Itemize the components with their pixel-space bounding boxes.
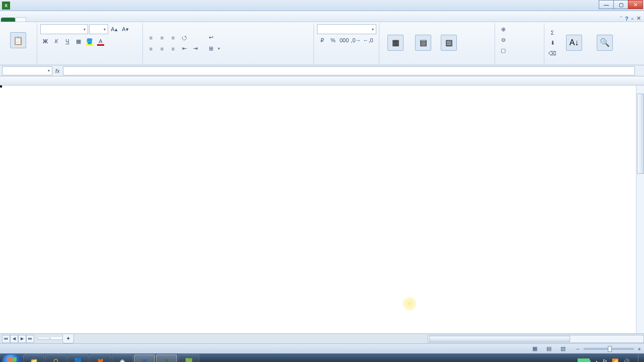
sheet-tab-2[interactable]: [50, 337, 63, 340]
sheet-nav-prev[interactable]: ◀: [10, 335, 18, 343]
sort-filter-button[interactable]: A↓: [559, 27, 589, 60]
show-desktop-button[interactable]: [638, 354, 642, 362]
horizontal-scrollbar[interactable]: [428, 335, 644, 343]
underline-button[interactable]: Ч: [62, 36, 72, 46]
start-button[interactable]: [2, 354, 22, 362]
align-bottom-icon[interactable]: ≡: [168, 33, 178, 43]
formula-input[interactable]: [63, 66, 635, 75]
tab-pagelayout[interactable]: [36, 18, 46, 22]
tray-sound-icon[interactable]: 🔊: [623, 358, 630, 363]
maximize-button[interactable]: ▢: [613, 0, 628, 9]
status-bar: ▦ ▤ ▧ − +: [0, 343, 644, 353]
new-sheet-button[interactable]: ✦: [62, 334, 74, 343]
font-size-select[interactable]: ▾: [89, 24, 108, 34]
insert-cells-button[interactable]: ⊕: [498, 24, 541, 34]
decrease-decimal-icon[interactable]: ←,0: [363, 35, 374, 45]
increase-decimal-icon[interactable]: ,0→: [350, 35, 361, 45]
taskbar-explorer[interactable]: 📁: [23, 354, 44, 362]
close-button[interactable]: ✕: [628, 0, 643, 9]
align-middle-icon[interactable]: ≡: [157, 33, 167, 43]
comma-icon[interactable]: 000: [339, 35, 349, 45]
scrollbar-thumb[interactable]: [637, 94, 644, 174]
align-center-icon[interactable]: ≡: [157, 44, 167, 54]
clear-icon[interactable]: ⌫: [547, 49, 557, 59]
italic-button[interactable]: К: [51, 36, 61, 46]
tab-developer[interactable]: [87, 18, 97, 22]
taskbar-app1[interactable]: 🟦: [67, 354, 89, 362]
close-doc-icon[interactable]: ✕: [636, 15, 641, 22]
file-tab[interactable]: [1, 18, 15, 22]
tray-network-icon[interactable]: 📶: [612, 358, 619, 363]
cell-styles-button[interactable]: ▧: [438, 27, 460, 60]
border-button[interactable]: ▦: [73, 36, 84, 46]
conditional-formatting-button[interactable]: ▦: [382, 27, 409, 60]
view-normal-icon[interactable]: ▦: [530, 344, 540, 354]
view-pagebreak-icon[interactable]: ▧: [558, 344, 568, 354]
selection-range: [0, 85, 2, 87]
ribbon: 📋 ▾ ▾ A▴ A▾ Ж К Ч ▦ 🪣 A: [0, 22, 644, 65]
tab-view[interactable]: [76, 18, 87, 22]
zoom-in-button[interactable]: +: [638, 346, 641, 352]
tray-flag-icon[interactable]: 🏳: [602, 358, 608, 362]
wrap-icon: ↩: [206, 33, 216, 43]
worksheet[interactable]: [0, 76, 644, 333]
tab-addins[interactable]: [97, 18, 107, 22]
paste-button[interactable]: 📋: [5, 24, 31, 57]
fill-icon[interactable]: ⬇: [547, 38, 557, 48]
help-icon[interactable]: ?: [625, 16, 628, 22]
taskbar-chrome[interactable]: ◉: [112, 354, 133, 362]
taskbar-app2[interactable]: 🟩: [178, 354, 199, 362]
increase-font-icon[interactable]: A▴: [109, 24, 119, 34]
tab-insert[interactable]: [26, 18, 36, 22]
minimize-button[interactable]: —: [599, 0, 614, 9]
tab-review[interactable]: [66, 18, 76, 22]
font-color-button[interactable]: A: [96, 36, 106, 46]
tray-arrow-icon[interactable]: ▴: [595, 358, 598, 363]
ribbon-tabs: ˇ ? ▫ ✕: [0, 11, 644, 22]
indent-decrease-icon[interactable]: ⇤: [179, 44, 189, 54]
sheet-nav-next[interactable]: ▶: [18, 335, 26, 343]
format-icon: ▢: [498, 45, 508, 55]
fill-color-button[interactable]: 🪣: [85, 36, 95, 46]
sheet-nav-last[interactable]: ⏭: [26, 335, 34, 343]
vertical-scrollbar[interactable]: [636, 85, 644, 333]
sheet-nav-first[interactable]: ⏮: [2, 335, 10, 343]
tab-data[interactable]: [56, 18, 66, 22]
zoom-out-button[interactable]: −: [576, 346, 579, 352]
orientation-icon[interactable]: ⭯: [179, 33, 189, 43]
find-select-button[interactable]: 🔍: [591, 27, 619, 60]
format-cells-button[interactable]: ▢: [498, 45, 541, 55]
ribbon-minimize-icon[interactable]: ˇ: [620, 16, 622, 22]
taskbar-firefox[interactable]: 🦊: [90, 354, 111, 362]
align-left-icon[interactable]: ≡: [146, 44, 156, 54]
autosum-icon[interactable]: Σ: [547, 28, 557, 38]
view-layout-icon[interactable]: ▤: [544, 344, 554, 354]
taskbar-excel[interactable]: X: [156, 354, 177, 362]
zoom-slider[interactable]: [584, 348, 634, 350]
taskbar-word[interactable]: W: [134, 354, 155, 362]
bold-button[interactable]: Ж: [40, 36, 50, 46]
sheet-tab-1[interactable]: [37, 337, 50, 340]
indent-increase-icon[interactable]: ⇥: [190, 44, 200, 54]
hscroll-thumb[interactable]: [429, 336, 570, 342]
tab-home[interactable]: [15, 17, 26, 22]
align-right-icon[interactable]: ≡: [168, 44, 178, 54]
tab-formulas[interactable]: [46, 18, 56, 22]
wrap-text-button[interactable]: ↩: [206, 33, 220, 43]
taskbar-outlook[interactable]: O: [45, 354, 66, 362]
percent-icon[interactable]: %: [328, 35, 338, 45]
align-top-icon[interactable]: ≡: [146, 33, 156, 43]
format-as-table-button[interactable]: ▤: [410, 27, 436, 60]
group-number-label: [317, 62, 376, 63]
group-font-label: [40, 62, 139, 63]
delete-cells-button[interactable]: ⊖: [498, 35, 541, 45]
decrease-font-icon[interactable]: A▾: [120, 24, 130, 34]
window-restore-icon[interactable]: ▫: [631, 16, 633, 22]
font-name-select[interactable]: ▾: [40, 24, 88, 34]
merge-center-button[interactable]: ⊞▾: [206, 44, 220, 54]
tray-battery[interactable]: [578, 358, 591, 362]
currency-icon[interactable]: ₽: [317, 35, 327, 45]
name-box[interactable]: ▾: [2, 66, 52, 75]
number-format-select[interactable]: ▾: [317, 24, 376, 34]
fx-icon[interactable]: fx: [55, 68, 60, 74]
